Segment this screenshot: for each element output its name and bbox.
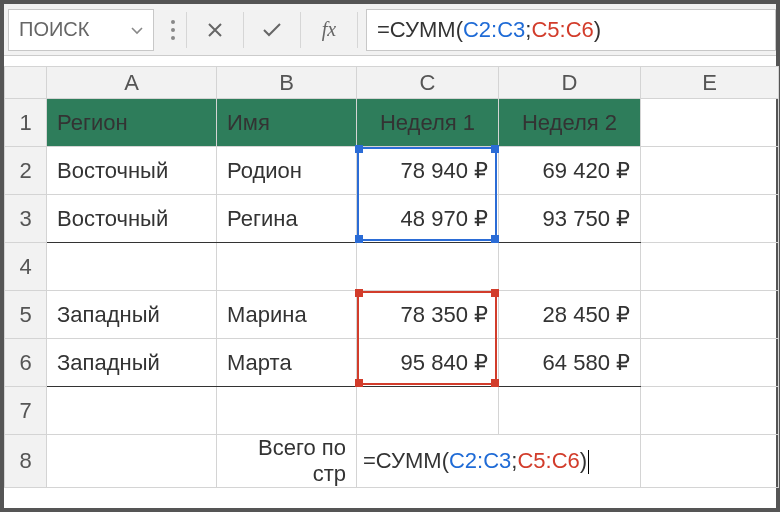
cell-e1[interactable] <box>641 99 779 147</box>
worksheet-grid[interactable]: A B C D E 1 Регион Имя Неделя 1 Неделя 2 <box>4 56 776 488</box>
cell-c1[interactable]: Неделя 1 <box>357 99 499 147</box>
cell-a5[interactable]: Западный <box>47 291 217 339</box>
cell-c7[interactable] <box>357 387 499 435</box>
cell-a8[interactable] <box>47 435 217 488</box>
cell-a1[interactable]: Регион <box>47 99 217 147</box>
fx-icon: fx <box>322 18 336 41</box>
cell-b6[interactable]: Марта <box>217 339 357 387</box>
select-all-corner[interactable] <box>5 67 47 99</box>
cell-d4[interactable] <box>499 243 641 291</box>
cell-a6[interactable]: Западный <box>47 339 217 387</box>
cell-b8[interactable]: Всего по стр <box>217 435 357 488</box>
svg-point-1 <box>171 28 175 32</box>
name-box-text: ПОИСК <box>19 18 89 41</box>
column-header-b[interactable]: B <box>217 67 357 99</box>
cell-d2[interactable]: 69 420 ₽ <box>499 147 641 195</box>
cell-e8[interactable] <box>641 435 779 488</box>
row-header-8[interactable]: 8 <box>5 435 47 488</box>
cell-c8-formula[interactable]: =СУММ(C2:C3;C5:C6) <box>357 435 641 488</box>
cell-e3[interactable] <box>641 195 779 243</box>
cell-d6[interactable]: 64 580 ₽ <box>499 339 641 387</box>
text-cursor <box>588 450 589 474</box>
formula-bar: ПОИСК fx =СУММ(C2:C3;C5:C6) <box>4 4 776 56</box>
options-icon[interactable] <box>160 19 186 41</box>
column-header-a[interactable]: A <box>47 67 217 99</box>
cell-e4[interactable] <box>641 243 779 291</box>
cell-b3[interactable]: Регина <box>217 195 357 243</box>
cell-b2[interactable]: Родион <box>217 147 357 195</box>
cell-a7[interactable] <box>47 387 217 435</box>
accept-button[interactable] <box>244 4 300 56</box>
row-header-6[interactable]: 6 <box>5 339 47 387</box>
svg-point-0 <box>171 20 175 24</box>
cell-e6[interactable] <box>641 339 779 387</box>
column-header-e[interactable]: E <box>641 67 779 99</box>
row-header-5[interactable]: 5 <box>5 291 47 339</box>
cell-c6[interactable]: 95 840 ₽ <box>357 339 499 387</box>
cell-c5[interactable]: 78 350 ₽ <box>357 291 499 339</box>
name-box[interactable]: ПОИСК <box>8 9 154 51</box>
cell-b7[interactable] <box>217 387 357 435</box>
row-header-7[interactable]: 7 <box>5 387 47 435</box>
cell-b1[interactable]: Имя <box>217 99 357 147</box>
svg-point-2 <box>171 36 175 40</box>
cell-d1[interactable]: Неделя 2 <box>499 99 641 147</box>
column-header-c[interactable]: C <box>357 67 499 99</box>
row-header-1[interactable]: 1 <box>5 99 47 147</box>
cell-e2[interactable] <box>641 147 779 195</box>
cell-d3[interactable]: 93 750 ₽ <box>499 195 641 243</box>
cell-e5[interactable] <box>641 291 779 339</box>
cell-c4[interactable] <box>357 243 499 291</box>
name-box-dropdown-icon[interactable] <box>131 22 143 38</box>
cell-a2[interactable]: Восточный <box>47 147 217 195</box>
cell-d5[interactable]: 28 450 ₽ <box>499 291 641 339</box>
cell-e7[interactable] <box>641 387 779 435</box>
cell-c3[interactable]: 48 970 ₽ <box>357 195 499 243</box>
insert-function-button[interactable]: fx <box>301 4 357 56</box>
cell-d7[interactable] <box>499 387 641 435</box>
row-header-4[interactable]: 4 <box>5 243 47 291</box>
cell-c2[interactable]: 78 940 ₽ <box>357 147 499 195</box>
cancel-button[interactable] <box>187 4 243 56</box>
column-header-d[interactable]: D <box>499 67 641 99</box>
cell-a4[interactable] <box>47 243 217 291</box>
cell-a3[interactable]: Восточный <box>47 195 217 243</box>
cell-b5[interactable]: Марина <box>217 291 357 339</box>
row-header-3[interactable]: 3 <box>5 195 47 243</box>
cell-b4[interactable] <box>217 243 357 291</box>
row-header-2[interactable]: 2 <box>5 147 47 195</box>
formula-input[interactable]: =СУММ(C2:C3;C5:C6) <box>366 9 776 51</box>
